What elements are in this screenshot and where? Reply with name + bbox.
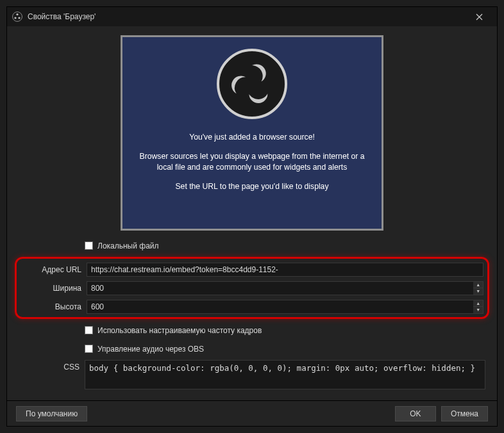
obs-app-icon	[12, 12, 22, 22]
browser-source-preview: You've just added a browser source! Brow…	[121, 35, 383, 231]
form: Локальный файл Адрес URL Ширина ▲	[19, 238, 485, 391]
audio-obs-label: Управление аудио через OBS	[97, 345, 204, 354]
dialog-footer: По умолчанию OK Отмена	[7, 400, 497, 426]
height-spin-down[interactable]: ▼	[473, 307, 483, 313]
css-label: CSS	[19, 360, 80, 372]
preview-line1: You've just added a browser source!	[139, 132, 365, 143]
height-input[interactable]	[87, 300, 473, 314]
url-input[interactable]	[87, 263, 483, 277]
width-label: Ширина	[21, 284, 81, 293]
css-input[interactable]	[85, 360, 485, 389]
preview-text: You've just added a browser source! Brow…	[122, 132, 382, 200]
height-spin-buttons: ▲ ▼	[473, 300, 483, 314]
checkbox-box-icon	[85, 326, 93, 334]
window-title: Свойства 'Браузер'	[28, 12, 461, 21]
checkbox-box-icon	[85, 241, 93, 250]
url-row: Адрес URL	[21, 262, 483, 277]
cancel-button[interactable]: Отмена	[441, 406, 488, 421]
url-label: Адрес URL	[21, 265, 81, 274]
checkbox-box-icon	[85, 345, 93, 353]
preview-line2: Browser sources let you display a webpag…	[139, 151, 365, 174]
width-spin-down[interactable]: ▼	[473, 288, 483, 295]
height-row: Высота ▲ ▼	[21, 299, 483, 314]
width-input[interactable]	[87, 281, 473, 295]
obs-logo-icon	[217, 49, 287, 119]
svg-point-2	[14, 17, 16, 19]
width-row: Ширина ▲ ▼	[21, 281, 483, 295]
custom-fps-checkbox[interactable]: Использовать настраиваемую частоту кадро…	[85, 326, 485, 335]
preview-line3: Set the URL to the page you'd like to di…	[139, 181, 365, 193]
audio-obs-checkbox[interactable]: Управление аудио через OBS	[85, 345, 485, 354]
dialog-content: You've just added a browser source! Brow…	[7, 26, 497, 400]
local-file-checkbox[interactable]: Локальный файл	[85, 241, 485, 250]
custom-fps-label: Использовать настраиваемую частоту кадро…	[97, 326, 262, 335]
css-row: CSS	[19, 360, 485, 391]
svg-point-1	[16, 13, 18, 15]
defaults-button[interactable]: По умолчанию	[16, 406, 87, 421]
svg-point-3	[18, 17, 20, 19]
custom-fps-row: Использовать настраиваемую частоту кадро…	[19, 323, 485, 338]
ok-button[interactable]: OK	[395, 406, 436, 421]
highlighted-region: Адрес URL Ширина ▲ ▼	[15, 257, 489, 319]
titlebar: Свойства 'Браузер'	[7, 7, 497, 26]
audio-obs-row: Управление аудио через OBS	[19, 341, 485, 356]
svg-point-0	[13, 12, 22, 22]
width-spin-up[interactable]: ▲	[473, 282, 483, 289]
height-spin-up[interactable]: ▲	[473, 300, 483, 307]
height-label: Высота	[21, 302, 81, 311]
width-spin-buttons: ▲ ▼	[473, 281, 483, 295]
local-file-row: Локальный файл	[19, 238, 485, 253]
properties-dialog: Свойства 'Браузер' You've just added a b…	[6, 6, 498, 427]
local-file-label: Локальный файл	[97, 241, 159, 250]
close-button[interactable]	[466, 7, 492, 26]
